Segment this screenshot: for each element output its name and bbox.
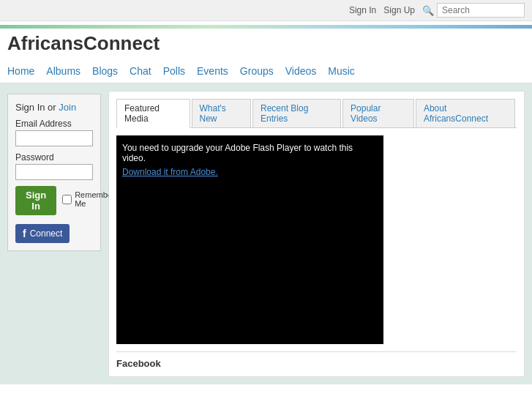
tab-featured-media[interactable]: Featured Media bbox=[116, 99, 190, 128]
search-input[interactable] bbox=[437, 3, 525, 18]
fb-connect-label: Connect bbox=[30, 228, 63, 239]
join-link[interactable]: Join bbox=[59, 102, 76, 113]
search-icon-wrap: 🔍 bbox=[422, 3, 525, 18]
remember-me-checkbox[interactable] bbox=[62, 195, 72, 204]
signin-link[interactable]: Sign In bbox=[349, 5, 376, 15]
content-area: Featured Media What's New Recent Blog En… bbox=[108, 91, 525, 377]
flash-message: You need to upgrade your Adobe Flash Pla… bbox=[122, 143, 378, 177]
nav-groups[interactable]: Groups bbox=[240, 65, 274, 77]
top-bar: Sign In Sign Up 🔍 bbox=[0, 0, 532, 21]
signup-link[interactable]: Sign Up bbox=[383, 5, 415, 15]
signin-title: Sign In or Join bbox=[15, 102, 93, 113]
tab-recent-blog[interactable]: Recent Blog Entries bbox=[252, 99, 341, 127]
sidebar: Sign In or Join Email Address Password S… bbox=[0, 83, 108, 384]
remember-me: Remember Me bbox=[62, 190, 114, 208]
nav-albums[interactable]: Albums bbox=[46, 65, 80, 77]
password-field[interactable] bbox=[15, 164, 93, 180]
nav-chat[interactable]: Chat bbox=[130, 65, 151, 77]
facebook-label: Facebook bbox=[116, 358, 161, 369]
main-layout: Sign In or Join Email Address Password S… bbox=[0, 83, 532, 384]
signin-button[interactable]: Sign In bbox=[15, 186, 56, 215]
flash-link[interactable]: Download it from Adobe. bbox=[122, 167, 218, 177]
facebook-section: Facebook bbox=[116, 351, 517, 369]
nav-videos[interactable]: Videos bbox=[285, 65, 317, 77]
nav-events[interactable]: Events bbox=[197, 65, 228, 77]
site-title: AfricansConnect bbox=[7, 32, 525, 55]
tab-popular-videos[interactable]: Popular Videos bbox=[342, 99, 414, 127]
facebook-icon: f bbox=[23, 228, 26, 239]
search-icon: 🔍 bbox=[422, 5, 434, 16]
flash-text: You need to upgrade your Adobe Flash Pla… bbox=[122, 143, 378, 163]
nav-polls[interactable]: Polls bbox=[163, 65, 185, 77]
fb-connect-button[interactable]: f Connect bbox=[15, 224, 70, 243]
video-area: You need to upgrade your Adobe Flash Pla… bbox=[116, 135, 383, 344]
tab-whats-new[interactable]: What's New bbox=[192, 99, 251, 127]
nav-home[interactable]: Home bbox=[7, 65, 34, 77]
tab-about[interactable]: About AfricansConnect bbox=[416, 99, 515, 127]
nav-music[interactable]: Music bbox=[328, 65, 355, 77]
email-label: Email Address bbox=[15, 119, 93, 129]
header: AfricansConnect bbox=[0, 21, 532, 62]
nav: Home Albums Blogs Chat Polls Events Grou… bbox=[0, 62, 532, 83]
nav-blogs[interactable]: Blogs bbox=[92, 65, 118, 77]
signin-box: Sign In or Join Email Address Password S… bbox=[7, 94, 101, 251]
password-label: Password bbox=[15, 152, 93, 163]
email-field[interactable] bbox=[15, 130, 93, 146]
tabs: Featured Media What's New Recent Blog En… bbox=[116, 99, 517, 128]
